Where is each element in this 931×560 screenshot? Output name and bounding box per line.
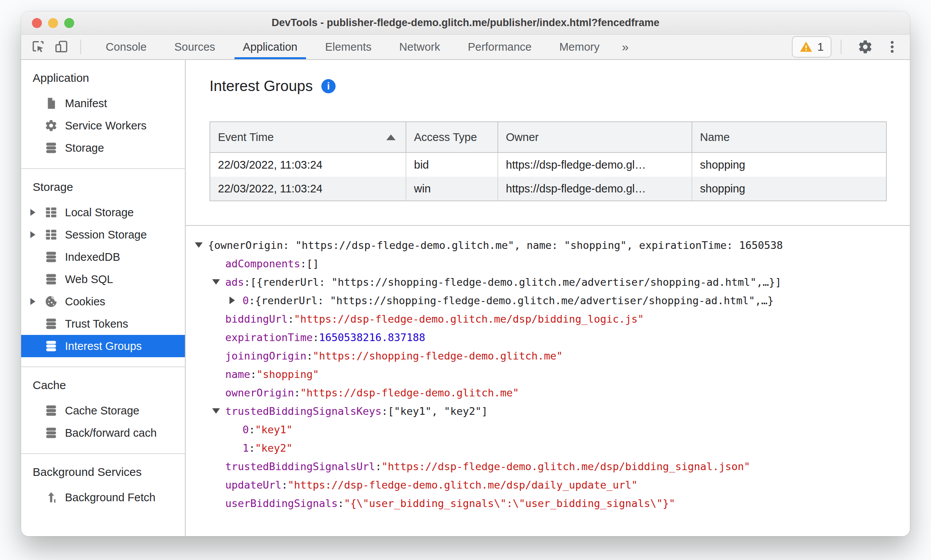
expand-chevron-icon[interactable] [30, 231, 44, 238]
sidebar-item-storage[interactable]: Storage [21, 137, 185, 159]
sidebar-item-service-workers[interactable]: Service Workers [21, 114, 185, 137]
tab-memory[interactable]: Memory [545, 35, 613, 59]
sidebar-item-session-storage[interactable]: Session Storage [21, 224, 185, 246]
tree-segment-string: "https://shopping-fledge-demo.glitch.me" [313, 350, 563, 362]
column-header-owner[interactable]: Owner [498, 122, 692, 152]
tree-line[interactable]: ownerOrigin: "https://dsp-fledge-demo.gl… [190, 383, 910, 402]
column-header-event-time[interactable]: Event Time [210, 122, 406, 152]
tab-application[interactable]: Application [229, 35, 311, 59]
table-header-row: Event TimeAccess TypeOwnerName [210, 122, 886, 153]
expand-chevron-icon[interactable] [30, 209, 44, 216]
page-title: Interest Groups [209, 78, 313, 94]
sidebar-item-cookies[interactable]: Cookies [21, 290, 185, 313]
cookie-icon [44, 295, 58, 308]
close-window-button[interactable] [32, 18, 42, 28]
info-icon[interactable]: i [321, 79, 336, 93]
tree-line[interactable]: adComponents: [] [190, 254, 910, 273]
sidebar-item-label: IndexedDB [65, 251, 120, 263]
fetch-icon [44, 490, 58, 504]
devtools-toolbar: ConsoleSourcesApplicationElementsNetwork… [21, 35, 910, 60]
tree-line[interactable]: 1: "key2" [190, 439, 910, 457]
tab-sources[interactable]: Sources [160, 35, 229, 59]
more-options-icon[interactable] [884, 39, 900, 55]
tree-segment-plain: : [249, 442, 255, 454]
tree-line[interactable]: 0: "key1" [190, 420, 910, 439]
tree-segment-key: ads [225, 276, 244, 288]
database-icon [44, 404, 58, 418]
collapse-triangle-icon[interactable] [195, 242, 208, 248]
table-row[interactable]: 22/03/2022, 11:03:24bidhttps://dsp-fledg… [210, 153, 886, 177]
tree-line[interactable]: expirationTime: 1650538216.837188 [190, 328, 910, 346]
tree-segment-plain: : [313, 331, 319, 343]
tree-segment-string: "shopping" [256, 368, 319, 380]
sidebar-item-label: Session Storage [65, 229, 147, 241]
sidebar-item-local-storage[interactable]: Local Storage [21, 201, 185, 224]
tree-segment-key: updateUrl [225, 479, 281, 491]
toolbar-separator [80, 40, 81, 54]
sidebar-item-label: Service Workers [65, 119, 146, 132]
sidebar-item-label: Storage [65, 142, 104, 154]
sort-ascending-icon [386, 134, 396, 140]
expand-chevron-icon[interactable] [30, 298, 44, 305]
sidebar-item-trust-tokens[interactable]: Trust Tokens [21, 313, 185, 335]
table-row[interactable]: 22/03/2022, 11:03:24winhttps://dsp-fledg… [210, 177, 886, 200]
application-sidebar: ApplicationManifestService WorkersStorag… [21, 60, 186, 536]
settings-gear-icon[interactable] [858, 39, 873, 55]
collapse-triangle-icon[interactable] [212, 408, 225, 414]
tree-segment-plain: : [250, 368, 256, 380]
sidebar-item-cache-storage[interactable]: Cache Storage [21, 399, 185, 422]
sidebar-item-indexeddb[interactable]: IndexedDB [21, 246, 185, 268]
tree-segment-plain: : [288, 313, 294, 325]
expand-triangle-icon[interactable] [229, 297, 243, 304]
tree-segment-plain: {ownerOrigin: "https://dsp-fledge-demo.g… [208, 239, 783, 251]
selected-tab-underline [234, 57, 306, 59]
sidebar-item-manifest[interactable]: Manifest [21, 92, 185, 114]
tree-line[interactable]: ads: [{renderUrl: "https://shopping-fled… [190, 273, 910, 291]
tree-line[interactable]: 0: {renderUrl: "https://shopping-fledge-… [190, 291, 910, 310]
tab-performance[interactable]: Performance [454, 35, 545, 59]
tree-segment-key: trustedBiddingSignalsKeys [225, 405, 381, 417]
database-icon [44, 141, 58, 155]
tree-segment-plain: : [338, 497, 344, 509]
sidebar-section-cache: CacheCache StorageBack/forward cach [21, 367, 185, 454]
collapse-triangle-icon[interactable] [212, 279, 225, 285]
table-cell: bid [406, 153, 498, 177]
tab-elements[interactable]: Elements [311, 35, 386, 59]
tab-network[interactable]: Network [386, 35, 454, 59]
tree-segment-plain: : [306, 350, 313, 362]
sidebar-section-storage: StorageLocal StorageSession StorageIndex… [21, 169, 185, 367]
database-icon [44, 339, 58, 353]
table-cell: https://dsp-fledge-demo.gl… [498, 153, 692, 177]
tab-console[interactable]: Console [92, 35, 160, 59]
tree-line[interactable]: {ownerOrigin: "https://dsp-fledge-demo.g… [190, 236, 910, 254]
grid-icon [44, 205, 58, 219]
sidebar-item-label: Back/forward cach [65, 427, 157, 439]
database-icon [44, 250, 58, 264]
sidebar-item-interest-groups[interactable]: Interest Groups [21, 335, 185, 357]
tree-line[interactable]: trustedBiddingSignalsKeys: ["key1", "key… [190, 402, 910, 420]
inspect-element-icon[interactable] [30, 38, 47, 56]
section-title: Background Services [21, 454, 185, 486]
device-toolbar-icon[interactable] [53, 38, 70, 56]
tree-segment-string: "key2" [255, 442, 293, 454]
sidebar-item-web-sql[interactable]: Web SQL [21, 268, 185, 290]
issues-badge[interactable]: 1 [792, 36, 831, 58]
minimize-window-button[interactable] [48, 18, 58, 28]
tree-line[interactable]: trustedBiddingSignalsUrl: "https://dsp-f… [190, 457, 910, 476]
tree-line[interactable]: userBiddingSignals: "{\"user_bidding_sig… [190, 494, 910, 512]
tree-line[interactable]: updateUrl: "https://dsp-fledge-demo.glit… [190, 476, 910, 494]
tree-segment-key: name [225, 368, 250, 380]
sidebar-item-back-forward-cach[interactable]: Back/forward cach [21, 422, 185, 444]
tree-line[interactable]: biddingUrl: "https://dsp-fledge-demo.gli… [190, 310, 910, 328]
tree-line[interactable]: joiningOrigin: "https://shopping-fledge-… [190, 346, 910, 365]
tree-segment-plain: [] [306, 258, 319, 270]
column-header-access-type[interactable]: Access Type [406, 122, 498, 152]
window-title: DevTools - publisher-fledge-demo.glitch.… [271, 17, 659, 29]
sidebar-item-background-fetch[interactable]: Background Fetch [21, 486, 185, 509]
tree-segment-number: 1650538216.837188 [319, 331, 425, 343]
zoom-window-button[interactable] [64, 18, 74, 28]
sidebar-item-label: Background Fetch [65, 491, 155, 504]
tree-line[interactable]: name: "shopping" [190, 365, 910, 383]
more-tabs-icon[interactable]: » [613, 40, 637, 54]
column-header-name[interactable]: Name [692, 122, 886, 152]
